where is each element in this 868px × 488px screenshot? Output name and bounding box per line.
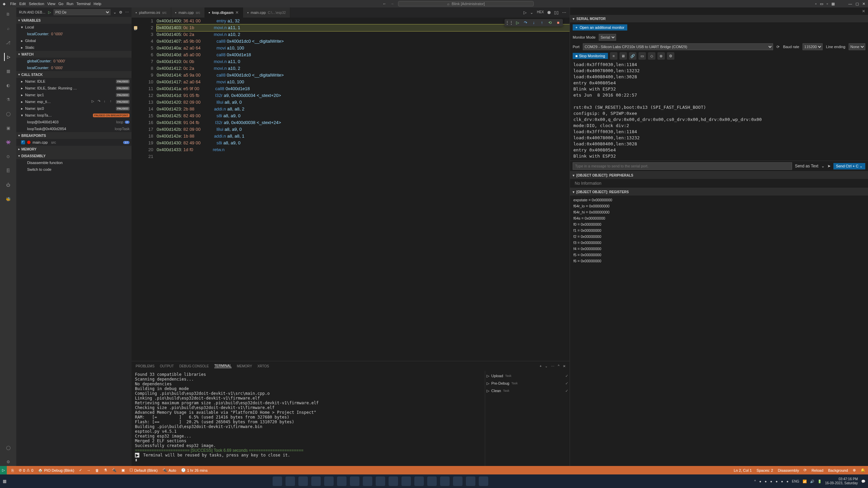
reload-button[interactable]: Reload bbox=[811, 468, 823, 472]
clean-trash-icon[interactable]: 🗑 bbox=[95, 468, 99, 472]
gear-icon[interactable]: ⚙ bbox=[119, 10, 122, 15]
layout-right-icon[interactable]: ▫ bbox=[827, 2, 828, 6]
register-item[interactable]: f0 = 0x00000000 bbox=[573, 221, 865, 227]
split-editor-icon[interactable]: ▯▯ bbox=[554, 10, 559, 15]
taskbar-app-icon[interactable] bbox=[440, 476, 450, 486]
close-rightpanel-icon[interactable]: ✕ bbox=[859, 7, 868, 15]
register-item[interactable]: expstate = 0x00000000 bbox=[573, 197, 865, 203]
tray-lang[interactable]: ENG bbox=[792, 480, 800, 483]
editor-tab[interactable]: ▪loop.dbgasm✕ bbox=[205, 7, 243, 18]
taskbar-app-icon[interactable] bbox=[285, 476, 295, 486]
remote-icon[interactable]: ⎘ bbox=[12, 468, 14, 472]
test-flask-icon[interactable]: ⚗ bbox=[104, 468, 107, 472]
register-item[interactable]: f1 = 0x00000000 bbox=[573, 227, 865, 233]
projects-icon[interactable]: ▣ bbox=[4, 124, 12, 132]
notifications-bell-icon[interactable]: 💬 bbox=[861, 480, 865, 483]
background-button[interactable]: Background bbox=[828, 468, 848, 472]
send-as-label[interactable]: Send as Text bbox=[795, 164, 818, 168]
stack-frame[interactable]: loopTask@0x400d2854loopTask bbox=[16, 125, 132, 132]
toggle-timestamp-icon[interactable]: 🖥 bbox=[619, 52, 627, 60]
volume-icon[interactable]: 🔊 bbox=[810, 480, 814, 483]
register-item[interactable]: f2 = 0x00000000 bbox=[573, 233, 865, 240]
serial-input[interactable] bbox=[573, 162, 792, 170]
breakpoint-checkbox[interactable] bbox=[21, 140, 25, 144]
layout-bottom-icon[interactable]: ▭ bbox=[820, 2, 823, 6]
feedback-icon[interactable]: ⊕ bbox=[853, 468, 856, 472]
start-debug-icon[interactable]: ▷ bbox=[48, 10, 51, 15]
variables-header[interactable]: ▾VARIABLES bbox=[16, 17, 132, 24]
clock-time[interactable]: 03:47:16 PM bbox=[825, 477, 858, 481]
monitor-mode-select[interactable]: Serial bbox=[599, 34, 616, 41]
run-debug-icon[interactable]: ▷ bbox=[4, 53, 12, 61]
register-item[interactable]: f64r_lo = 0x00000000 bbox=[573, 203, 865, 209]
taskbar-app-icon[interactable] bbox=[453, 476, 462, 486]
toggle-echo-icon[interactable]: 🔗 bbox=[629, 52, 636, 60]
switch-to-code[interactable]: Switch to code bbox=[16, 166, 132, 173]
taskbar-app-icon[interactable] bbox=[311, 476, 321, 486]
tray-icon[interactable]: ● bbox=[775, 480, 777, 483]
cursor-position[interactable]: Ln 2, Col 1 bbox=[734, 468, 752, 472]
extensions-icon[interactable]: ▦ bbox=[4, 67, 12, 75]
stack-frame[interactable]: loop@0x400d1403loop2 bbox=[16, 119, 132, 125]
panel-tab-xrtos[interactable]: XRTOS bbox=[257, 364, 269, 368]
taskbar-app-icon[interactable] bbox=[414, 476, 424, 486]
send-button[interactable]: Send Ctrl + C ⌄ bbox=[833, 163, 865, 169]
register-item[interactable]: f4 = 0x00000000 bbox=[573, 246, 865, 252]
tray-icon[interactable]: ● bbox=[770, 480, 772, 483]
editor-tab[interactable]: ▪main.cppsrc bbox=[171, 7, 205, 18]
taskbar-app-icon[interactable] bbox=[466, 476, 475, 486]
hex-toggle[interactable]: HEX bbox=[537, 10, 544, 15]
menu-help[interactable]: Help bbox=[94, 2, 101, 6]
port-refresh-icon[interactable]: ⟳ bbox=[776, 45, 780, 49]
toggle-autoscroll-icon[interactable]: ≡ bbox=[610, 52, 617, 60]
watch-header[interactable]: ▾WATCH bbox=[16, 51, 132, 58]
warning-icon[interactable]: ⚠ bbox=[26, 468, 30, 472]
menu-go[interactable]: Go bbox=[58, 2, 63, 6]
new-terminal-icon[interactable]: + bbox=[539, 364, 541, 368]
accounts-icon[interactable]: ◯ bbox=[4, 444, 12, 452]
task-item[interactable]: ▷CleanTask✓ bbox=[487, 387, 568, 394]
watch-item[interactable]: globalCounter: 0 '\000' bbox=[16, 58, 132, 64]
notifications-icon[interactable]: 🔔 bbox=[861, 468, 865, 472]
register-item[interactable]: f3 = 0x00000000 bbox=[573, 240, 865, 246]
chevron-down-icon[interactable]: ⌄ bbox=[821, 164, 825, 168]
debug-config-select[interactable]: PIO De bbox=[54, 9, 111, 15]
taskbar-app-icon[interactable] bbox=[273, 476, 282, 486]
baud-select[interactable]: 115200 bbox=[803, 43, 823, 50]
task-item[interactable]: ▷UploadTask✓ bbox=[487, 372, 568, 380]
live-share-icon[interactable]: ◯ bbox=[4, 110, 12, 118]
taskbar-app-icon[interactable] bbox=[337, 476, 347, 486]
step-out-icon[interactable]: ↑ bbox=[539, 20, 545, 25]
taskbar-app-icon[interactable] bbox=[427, 476, 437, 486]
project-name[interactable]: 🏠 PIO Debug (Blink) bbox=[38, 468, 74, 472]
serial-output[interactable]: load:0x3fff0030,len:1184 load:0x40078000… bbox=[570, 60, 868, 161]
taskbar-app-icon[interactable] bbox=[324, 476, 334, 486]
var-group[interactable]: ▸Global bbox=[16, 37, 132, 44]
power-icon[interactable]: ⏻ bbox=[4, 181, 12, 189]
codicon-sync-icon[interactable]: ⟳ bbox=[804, 468, 807, 472]
editor-tab[interactable]: ▪platformio.inisrc bbox=[132, 7, 171, 18]
panel-tab-terminal[interactable]: TERMINAL bbox=[214, 364, 232, 368]
terminal-status-icon[interactable]: ▣ bbox=[121, 468, 125, 472]
tray-icon[interactable]: ● bbox=[787, 480, 789, 483]
testing-icon[interactable]: ⚗ bbox=[4, 96, 12, 104]
language-mode[interactable]: Disassembly bbox=[778, 468, 799, 472]
indentation[interactable]: Spaces: 2 bbox=[756, 468, 773, 472]
explorer-icon[interactable]: 🗎 bbox=[4, 10, 12, 18]
maximize-icon[interactable]: ▢ bbox=[855, 2, 859, 6]
nav-forward-icon[interactable]: → bbox=[390, 2, 394, 6]
close-panel-icon[interactable]: ✕ bbox=[563, 364, 566, 368]
serial-plug-icon[interactable]: 🔌 bbox=[112, 468, 117, 472]
register-item[interactable]: f6 = 0x00000000 bbox=[573, 258, 865, 264]
register-item[interactable]: f64s = 0x00000000 bbox=[573, 215, 865, 221]
taskbar-app-icon[interactable] bbox=[479, 476, 488, 486]
continue-icon[interactable]: ▷ bbox=[515, 20, 520, 25]
tray-icon[interactable]: ● bbox=[765, 480, 767, 483]
menu-terminal[interactable]: Terminal bbox=[76, 2, 91, 6]
panel-tab-problems[interactable]: PROBLEMS bbox=[136, 364, 155, 368]
menu-run[interactable]: Run bbox=[66, 2, 73, 6]
alien-icon[interactable]: 👾 bbox=[4, 138, 12, 146]
code-editor[interactable]: ⋮⋮ ▷ ↷ ↓ ↑ ⟲ ■ D 12345678910111213141516… bbox=[132, 18, 570, 361]
task-item[interactable]: ▷Pre-DebugTask✓ bbox=[487, 380, 568, 387]
taskbar-app-icon[interactable] bbox=[389, 476, 398, 486]
